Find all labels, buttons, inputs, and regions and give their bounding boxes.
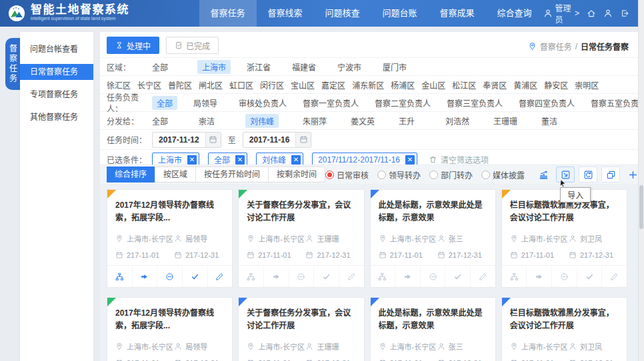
nav-item[interactable]: 问题核查 <box>314 0 371 27</box>
remove-tag-icon[interactable]: ✕ <box>235 155 245 165</box>
distribute-button[interactable] <box>371 266 395 287</box>
clear-filters-button[interactable]: 清空筛选选项 <box>429 154 489 165</box>
filter-option[interactable]: 宁波市 <box>337 61 367 73</box>
profile-icon[interactable] <box>603 9 613 18</box>
remove-tag-icon[interactable]: ✕ <box>187 155 197 165</box>
filter-option[interactable]: 普陀区 <box>168 79 192 91</box>
filter-option[interactable]: 福建省 <box>292 61 321 73</box>
sidebar-item[interactable]: 专项督察任务 <box>20 87 93 103</box>
filter-option[interactable]: 审核处负责人 <box>239 97 287 109</box>
filter-option[interactable]: 上海市 <box>197 60 231 74</box>
nav-item[interactable]: 督察任务 <box>199 0 257 27</box>
radio-option[interactable]: 领导转办 <box>377 169 421 180</box>
filter-option[interactable]: 奉贤区 <box>483 79 507 91</box>
forward-button[interactable] <box>526 266 551 287</box>
suspend-button[interactable] <box>551 266 577 287</box>
scrollbar-thumb[interactable] <box>639 185 643 229</box>
task-card[interactable]: 此处是标题，示意效果此处是标题，示意效果上海市-长宁区张三217-11-0121… <box>370 189 496 288</box>
filter-option[interactable]: 崇洁 <box>199 115 221 127</box>
task-card[interactable]: 2017年12月领导转办督察线索，拓展字段...上海市-长宁区局领导217-11… <box>107 189 233 288</box>
task-card[interactable]: 关于督察任务分发事宜，会议讨论工作开展上海市-长宁区王珊珊217-11-0121… <box>238 297 364 361</box>
end-date-input[interactable]: 2017-11-16 <box>243 132 312 148</box>
forward-button[interactable] <box>132 266 157 287</box>
filter-option[interactable]: 督察二室负责人 <box>375 97 431 109</box>
logout-icon[interactable] <box>620 9 629 18</box>
calendar-icon[interactable] <box>295 133 311 147</box>
user-menu[interactable]: 管理员 > <box>543 2 579 25</box>
nav-item[interactable]: 综合查询 <box>486 0 543 27</box>
filter-option[interactable]: 松江区 <box>452 79 476 91</box>
edit-button[interactable] <box>339 266 364 287</box>
filter-option[interactable]: 闵行区 <box>260 79 284 91</box>
filter-option[interactable]: 刘伟峰 <box>245 114 279 128</box>
export-button[interactable] <box>579 167 597 182</box>
remove-tag-icon[interactable]: ✕ <box>291 155 301 165</box>
filter-option[interactable]: 王升 <box>399 115 421 127</box>
filter-option[interactable]: 黄浦区 <box>513 79 537 91</box>
task-card[interactable]: 栏目标题微软雅黑分发事宜，会议讨论工作开展上海市-长宁区刘卫凤217-11-01… <box>501 189 627 288</box>
calendar-icon[interactable] <box>205 133 221 147</box>
filter-option[interactable]: 刘浩然 <box>445 115 469 127</box>
filter-option[interactable]: 浦东新区 <box>352 79 384 91</box>
breadcrumb-parent[interactable]: 督察任务 <box>540 41 572 52</box>
radio-option[interactable]: 媒体披露 <box>481 169 525 180</box>
edit-button[interactable] <box>470 266 495 287</box>
task-card[interactable]: 此处是标题，示意效果此处是标题，示意效果上海市-长宁区张三217-11-0121… <box>370 297 496 361</box>
distribute-button[interactable] <box>107 266 132 287</box>
vertical-scrollbar[interactable] <box>638 0 644 361</box>
distribute-button[interactable] <box>239 266 263 287</box>
filter-option[interactable]: 督察四室负责人 <box>519 97 575 109</box>
filter-option[interactable]: 浙江省 <box>247 61 276 73</box>
forward-button[interactable] <box>395 266 420 287</box>
complete-button[interactable] <box>313 266 339 287</box>
suspend-button[interactable] <box>420 266 445 287</box>
import-button[interactable]: 导入 <box>556 167 575 182</box>
sidebar-item[interactable]: 问题台帐查看 <box>20 41 93 57</box>
filter-option[interactable]: 闸北区 <box>199 79 223 91</box>
edit-button[interactable] <box>601 266 627 287</box>
filter-option[interactable]: 姜文英 <box>351 115 375 127</box>
filter-option[interactable]: 崇明区 <box>575 79 599 91</box>
filter-option[interactable]: 宝山区 <box>291 79 315 91</box>
nav-item[interactable]: 督察成果 <box>429 0 486 27</box>
filter-option[interactable]: 金山区 <box>421 79 445 91</box>
filter-option[interactable]: 静安区 <box>544 79 568 91</box>
suspend-button[interactable] <box>157 266 182 287</box>
task-card[interactable]: 栏目标题微软雅黑分发事宜，会议讨论工作开展上海市-长宁区刘卫凤217-11-01… <box>501 297 627 361</box>
sort-tab[interactable]: 按剩余时间 <box>268 167 325 182</box>
sort-tab[interactable]: 按任务开始时间 <box>195 167 268 182</box>
filter-option[interactable]: 全部 <box>152 96 177 110</box>
sort-tab[interactable]: 综合排序 <box>107 167 155 182</box>
task-card[interactable]: 关于督察任务分发事宜，会议讨论工作开展上海市-长宁区王珊珊217-11-0121… <box>238 189 364 288</box>
filter-option[interactable]: 虹口区 <box>229 79 253 91</box>
sidebar-ribbon-tab[interactable]: 督察任务 <box>5 38 20 90</box>
home-icon[interactable] <box>587 9 596 18</box>
filter-option[interactable]: 督察五室负责人 <box>591 97 644 109</box>
radio-option[interactable]: 部门转办 <box>429 169 473 180</box>
copy-button[interactable] <box>601 167 620 182</box>
filter-option[interactable]: 朱丽萍 <box>303 115 327 127</box>
task-card[interactable]: 2017年12月领导转办督察线索，拓展字段...上海市-长宁区局领导217-11… <box>107 297 233 361</box>
distribute-button[interactable] <box>502 266 527 287</box>
sidebar-item[interactable]: 其他督察任务 <box>20 109 93 125</box>
remove-tag-icon[interactable]: ✕ <box>405 155 415 165</box>
complete-button[interactable] <box>182 266 207 287</box>
nav-item[interactable]: 督察线索 <box>257 0 314 27</box>
sidebar-item[interactable]: 日常督察任务 <box>20 64 93 80</box>
filter-option[interactable]: 嘉定区 <box>321 79 345 91</box>
edit-button[interactable] <box>207 266 233 287</box>
complete-button[interactable] <box>577 266 602 287</box>
filter-option[interactable]: 局领导 <box>193 97 223 109</box>
filter-option[interactable]: 王珊珊 <box>493 115 517 127</box>
nav-item[interactable]: 问题台账 <box>371 0 429 27</box>
statistics-button[interactable] <box>535 167 552 182</box>
tab-processing[interactable]: 处理中 <box>107 37 159 54</box>
tab-completed[interactable]: 已完成 <box>166 37 219 54</box>
radio-checked[interactable]: 日常审核 <box>325 169 369 180</box>
filter-option[interactable]: 督察三室负责人 <box>447 97 503 109</box>
suspend-button[interactable] <box>289 266 314 287</box>
filter-option[interactable]: 杨浦区 <box>391 79 415 91</box>
filter-option[interactable]: 全部 <box>152 115 175 127</box>
filter-option[interactable]: 厦门市 <box>383 61 412 73</box>
filter-option[interactable]: 长宁区 <box>137 79 161 91</box>
